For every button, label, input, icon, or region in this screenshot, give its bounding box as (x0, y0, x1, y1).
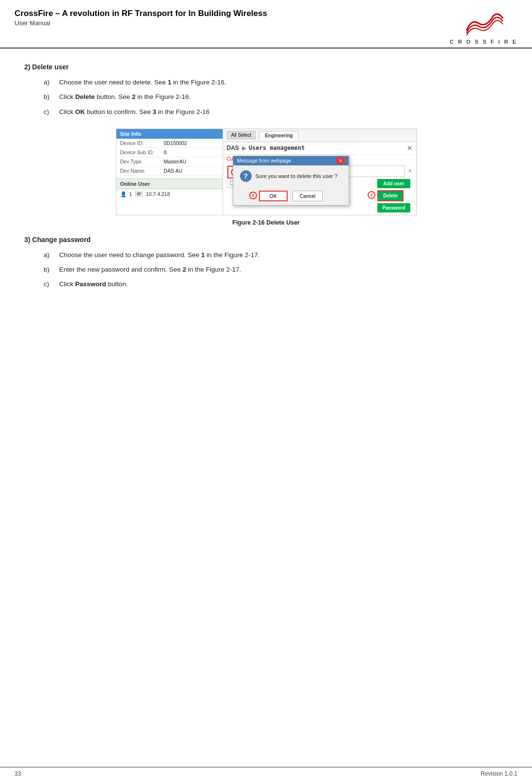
online-user-ip: 10.7.4.218 (146, 191, 170, 197)
tab-engineering[interactable]: Engineering (259, 131, 298, 140)
add-user-button[interactable]: Add user (377, 179, 410, 188)
ok-btn-container: 3 OK (259, 191, 288, 201)
logo-area: C R O S S F I R E (450, 9, 517, 45)
online-user-header: Online User (116, 179, 223, 189)
section3-c-text2: button. (106, 280, 128, 288)
section2-c-text3: in the Figure 2-16 (156, 108, 210, 115)
dialog-footer: 3 OK Cancel (233, 187, 349, 205)
dev-name-label: Dev Name: (120, 168, 164, 174)
um-title: Users management (249, 145, 305, 151)
figure-216-caption: Figure 2-16 Delete User (232, 219, 300, 226)
page-header: CrossFire – A revolution in RF Transport… (0, 0, 532, 49)
section3-item-c: c) Click Password button. (44, 279, 508, 289)
right-panel: All Select Engineering DAS ▶ Users manag… (223, 129, 416, 215)
dialog-title: Message from webpage (237, 158, 291, 163)
section2-b-bold2: 2 (132, 93, 136, 100)
dev-name-value: DAS AU (164, 168, 183, 174)
section2-item-b: b) Click Delete button. See 2 in the Fig… (44, 92, 508, 102)
dialog-message: Sure you want to delete this user ? (256, 173, 338, 179)
header-subtitle: User Manual (15, 19, 267, 27)
dialog-ok-button[interactable]: OK (259, 191, 288, 201)
online-user-count: 1 (129, 191, 132, 197)
section2-a-text1: Choose the user need to delete. See (59, 79, 168, 86)
section2-item-c: c) Click OK button to confirm. See 3 in … (44, 107, 508, 117)
dialog-titlebar: Message from webpage ✕ (233, 156, 349, 165)
section2-b-text3: in the Figure 2-16. (136, 93, 191, 100)
dev-type-value: MasterAU (164, 159, 187, 164)
crossfire-logo-icon (462, 9, 505, 38)
section2-c-bold: OK (75, 108, 85, 115)
device-id-label: Device ID: (120, 140, 164, 146)
revision-label: Revision 1.0.1 (481, 770, 517, 777)
dev-type-row: Dev Type: MasterAU (116, 157, 223, 166)
user-icon: 👤 (120, 191, 127, 197)
section3-a-text1: Choose the user need to change password.… (59, 251, 201, 259)
das-label: DAS (227, 145, 239, 151)
um-close-icon[interactable]: ✕ (407, 145, 412, 152)
section3-item-a: a) Choose the user need to change passwo… (44, 250, 508, 260)
section2-heading: 2) Delete user (24, 63, 508, 71)
section3-heading: 3) Change password (24, 236, 508, 244)
section3-item-b: b) Enter the new password and confirm. S… (44, 265, 508, 275)
device-sub-id-value: 0 (164, 149, 167, 155)
delete-btn-container: 2 Delete (377, 190, 410, 201)
section3-b-text1: Enter the new password and confirm. See (59, 266, 182, 273)
section2-c-text2: button to confirm. See (85, 108, 153, 115)
action-buttons: Add user 2 Delete Password (377, 179, 410, 212)
delete-button[interactable]: Delete (377, 190, 403, 201)
um-header: DAS ▶ Users management ✕ (223, 142, 416, 155)
ui-mockup: Site Info Device ID: 0D150002 Device Sub… (116, 129, 417, 215)
dialog-question-icon: ? (240, 170, 252, 182)
password-button[interactable]: Password (377, 203, 410, 212)
section3-c-text1: Click (59, 280, 75, 288)
section2-b-text1: Click (59, 93, 75, 100)
dev-type-label: Dev Type: (120, 159, 164, 164)
dialog-close-button[interactable]: ✕ (336, 158, 345, 164)
section2-item-a: a) Choose the user need to delete. See 1… (44, 78, 508, 87)
device-sub-id-label: Device Sub ID: (120, 149, 164, 155)
logo-name: C R O S S F I R E (450, 39, 517, 45)
site-info-header: Site Info (116, 129, 223, 139)
dev-name-row: Dev Name: DAS AU (116, 166, 223, 176)
device-sub-id-row: Device Sub ID: 0 (116, 148, 223, 157)
header-text: CrossFire – A revolution in RF Transport… (15, 9, 267, 27)
page-footer: 33 Revision 1.0.1 (0, 767, 532, 780)
section3: 3) Change password a) Choose the user ne… (24, 236, 508, 290)
section2-b-bold: Delete (75, 93, 95, 100)
section3-c-bold: Password (75, 280, 106, 288)
page-number: 33 (15, 770, 21, 777)
section3-b-bold: 2 (182, 266, 186, 273)
dialog-cancel-button[interactable]: Cancel (292, 191, 323, 201)
online-user-row: 👤 1 IP 10.7.4.218 (116, 189, 223, 199)
ip-label: IP (135, 191, 143, 197)
section2-a-text2: in the Figure 2-16. (171, 79, 226, 86)
left-panel: Site Info Device ID: 0D150002 Device Sub… (116, 129, 223, 215)
device-id-value: 0D150002 (164, 140, 187, 146)
right-panel-topbar: All Select Engineering (223, 129, 416, 142)
header-title: CrossFire – A revolution in RF Transport… (15, 9, 267, 18)
section2-b-text2: button. See (95, 93, 132, 100)
figure-216-container: Site Info Device ID: 0D150002 Device Sub… (24, 129, 508, 226)
badge-2: 2 (368, 191, 375, 199)
device-id-row: Device ID: 0D150002 (116, 139, 223, 148)
main-content: 2) Delete user a) Choose the user need t… (0, 49, 532, 309)
badge-3: 3 (249, 192, 257, 199)
section3-b-text2: in the Figure 2-17. (186, 266, 241, 273)
selected-user-close-icon[interactable]: ✕ (408, 168, 412, 174)
users-list-area: 1 ✓ Test admin (223, 163, 416, 215)
section3-a-text2: in the Figure 2-17. (205, 251, 259, 259)
delete-confirm-dialog: Message from webpage ✕ ? Sure you want t… (233, 156, 349, 206)
arrow-icon: ▶ (242, 145, 246, 151)
all-select-button[interactable]: All Select (227, 131, 256, 139)
dialog-body: ? Sure you want to delete this user ? (233, 165, 349, 187)
section2-c-text1: Click (59, 108, 75, 115)
